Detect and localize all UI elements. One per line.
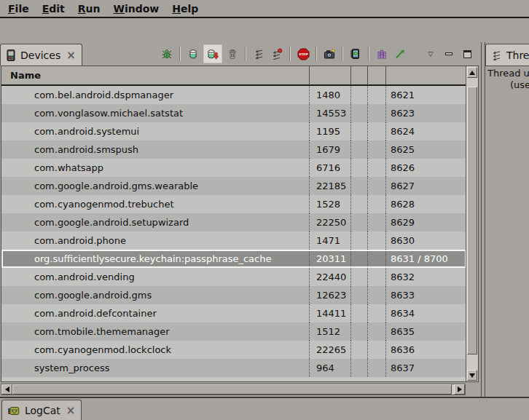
debug-attach-button[interactable] bbox=[159, 44, 175, 63]
menu-bar: FileEditRunWindowHelp bbox=[0, 0, 529, 18]
capture-system-info-button[interactable] bbox=[374, 44, 390, 63]
cell-port: 8636 bbox=[385, 341, 466, 359]
start-method-profiling-button[interactable] bbox=[269, 44, 285, 63]
menu-help[interactable]: Help bbox=[165, 3, 205, 15]
stop-process-button[interactable]: STOP bbox=[295, 44, 311, 63]
cell-b bbox=[367, 213, 385, 231]
garbage-collect-trash-icon bbox=[227, 48, 238, 60]
dump-view-hierarchy-button[interactable] bbox=[348, 44, 364, 63]
cell-pid: 1480 bbox=[309, 86, 350, 104]
column-header-port[interactable] bbox=[385, 66, 466, 84]
cell-pid: 20311 bbox=[309, 250, 350, 268]
arrow-up-icon bbox=[469, 68, 475, 75]
process-row[interactable]: org.sufficientlysecure.keychain:passphra… bbox=[1, 250, 466, 268]
tab-devices[interactable]: Devices × bbox=[0, 44, 82, 66]
process-row[interactable]: com.android.defcontainer144118634 bbox=[1, 304, 466, 322]
cell-a bbox=[350, 122, 367, 140]
cell-a bbox=[350, 322, 367, 341]
debug-bug-icon bbox=[161, 48, 173, 60]
column-header-blank2[interactable] bbox=[367, 66, 385, 84]
cell-port: 8629 bbox=[385, 213, 466, 231]
logcat-cat-icon bbox=[8, 405, 20, 416]
process-row[interactable]: com.android.smspush16798625 bbox=[1, 140, 466, 159]
horizontal-scrollbar[interactable] bbox=[1, 384, 466, 395]
menu-edit[interactable]: Edit bbox=[36, 3, 71, 15]
devices-tabrow: Devices × bbox=[0, 42, 481, 66]
process-row[interactable]: system_process9648637 bbox=[1, 359, 466, 377]
process-row[interactable]: com.cyanogenmod.lockclock222658636 bbox=[1, 341, 466, 359]
cell-b bbox=[367, 268, 385, 286]
cell-name: system_process bbox=[1, 359, 309, 377]
chevron-down-icon: ▽ bbox=[428, 50, 434, 58]
cell-b bbox=[367, 104, 385, 122]
cell-name: com.android.phone bbox=[1, 231, 309, 250]
column-header-blank1[interactable] bbox=[350, 66, 367, 84]
cell-b bbox=[367, 359, 385, 377]
table-filler bbox=[1, 377, 466, 381]
process-row[interactable]: com.whatsapp67168626 bbox=[1, 159, 466, 177]
cell-name: org.sufficientlysecure.keychain:passphra… bbox=[1, 250, 309, 268]
cell-port: 8628 bbox=[385, 195, 466, 213]
cell-pid: 22440 bbox=[309, 268, 350, 286]
maximize-button[interactable] bbox=[459, 44, 475, 63]
process-row[interactable]: com.android.phone14718630 bbox=[1, 231, 466, 250]
minimize-button[interactable] bbox=[441, 44, 457, 63]
camera-icon bbox=[324, 48, 336, 60]
close-icon[interactable]: × bbox=[66, 405, 76, 416]
process-row[interactable]: com.bel.android.dspmanager14808621 bbox=[1, 86, 466, 104]
cell-port: 8635 bbox=[385, 322, 466, 341]
tab-threads[interactable]: Threads bbox=[485, 44, 529, 66]
view-menu-button[interactable]: ▽ bbox=[423, 44, 439, 63]
green-arrow-icon bbox=[394, 48, 406, 60]
process-row[interactable]: com.tmobile.thememanager15128635 bbox=[1, 322, 466, 341]
cell-a bbox=[350, 304, 367, 322]
menu-window[interactable]: Window bbox=[106, 3, 165, 15]
menu-run[interactable]: Run bbox=[71, 3, 107, 15]
menu-file[interactable]: File bbox=[1, 3, 36, 15]
process-row[interactable]: com.android.vending224408632 bbox=[1, 268, 466, 286]
update-threads-button[interactable] bbox=[251, 44, 267, 63]
scroll-left-button[interactable] bbox=[1, 384, 12, 395]
cell-port: 8627 bbox=[385, 177, 466, 195]
cell-pid: 6716 bbox=[309, 159, 350, 177]
tab-logcat[interactable]: LogCat × bbox=[1, 400, 82, 420]
cell-pid: 22185 bbox=[309, 177, 350, 195]
cell-a bbox=[350, 286, 367, 304]
cell-pid: 14411 bbox=[309, 304, 350, 322]
cell-name: com.vonglasow.michael.satstat bbox=[1, 104, 309, 122]
start-tracing-button[interactable] bbox=[392, 44, 408, 63]
toolbar-separator bbox=[179, 47, 181, 61]
process-row[interactable]: com.google.android.gms126238633 bbox=[1, 286, 466, 304]
cell-name: com.google.android.gms.wearable bbox=[1, 177, 309, 195]
cell-b bbox=[367, 122, 385, 140]
process-row[interactable]: com.google.android.setupwizard222508629 bbox=[1, 213, 466, 231]
scroll-up-button[interactable] bbox=[467, 67, 477, 78]
update-heap-button[interactable] bbox=[185, 44, 201, 63]
cell-name: com.bel.android.dspmanager bbox=[1, 86, 309, 104]
threads-tabrow: Threads bbox=[485, 42, 529, 66]
column-header-pid[interactable] bbox=[309, 66, 350, 84]
process-row[interactable]: com.android.systemui11958624 bbox=[1, 122, 466, 140]
threads-panel: Threads Thread updates not enabled for s… bbox=[485, 42, 529, 397]
cause-gc-button[interactable] bbox=[224, 44, 240, 63]
tab-logcat-label: LogCat bbox=[25, 405, 60, 416]
scroll-down-button[interactable] bbox=[467, 370, 477, 381]
vertical-scroll-thumb[interactable] bbox=[467, 87, 477, 354]
screen-capture-button[interactable] bbox=[321, 44, 337, 63]
update-threads-icon bbox=[253, 48, 264, 60]
cell-port: 8632 bbox=[385, 268, 466, 286]
horizontal-scroll-thumb[interactable] bbox=[12, 384, 452, 395]
vertical-scrollbar[interactable] bbox=[466, 66, 478, 381]
cell-name: com.whatsapp bbox=[1, 159, 309, 177]
threads-icon bbox=[490, 49, 502, 61]
cell-name: com.cyanogenmod.trebuchet bbox=[1, 195, 309, 213]
scroll-right-button[interactable] bbox=[454, 384, 465, 395]
process-row[interactable]: com.google.android.gms.wearable221858627 bbox=[1, 177, 466, 195]
devices-toolbar: STOP bbox=[159, 42, 481, 66]
threads-content: Thread updates not enabled for selected … bbox=[485, 66, 529, 397]
column-header-name[interactable]: Name bbox=[1, 66, 309, 84]
close-icon[interactable]: × bbox=[66, 50, 76, 60]
process-row[interactable]: com.vonglasow.michael.satstat145538623 bbox=[1, 104, 466, 122]
process-row[interactable]: com.cyanogenmod.trebuchet15288628 bbox=[1, 195, 466, 213]
dump-hprof-button[interactable] bbox=[203, 44, 222, 63]
